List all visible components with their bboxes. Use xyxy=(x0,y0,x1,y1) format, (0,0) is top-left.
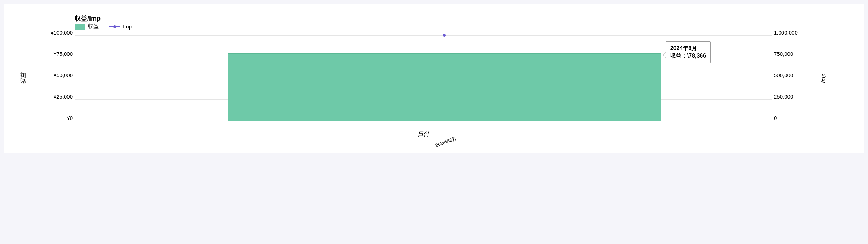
y-right-tick: 250,000 xyxy=(774,94,808,100)
legend-item-bar[interactable]: 収益 xyxy=(75,23,99,30)
chart-card: 収益/Imp 収益 Imp 収益 Imp ¥0 ¥25,000 ¥50,000 … xyxy=(4,4,864,153)
legend-label-bar: 収益 xyxy=(88,23,99,30)
y-left-axis: ¥0 ¥25,000 ¥50,000 ¥75,000 ¥100,000 xyxy=(43,36,73,121)
y-left-tick: ¥50,000 xyxy=(43,72,73,78)
legend-swatch-line xyxy=(109,25,120,28)
y-left-tick: ¥100,000 xyxy=(43,30,73,36)
x-tick: 2024年8月 xyxy=(435,135,458,149)
y-left-axis-title: 収益 xyxy=(20,73,27,84)
y-right-axis: 0 250,000 500,000 750,000 1,000,000 xyxy=(774,36,808,121)
y-right-tick: 1,000,000 xyxy=(774,30,808,36)
point-imp[interactable] xyxy=(443,34,446,37)
y-right-axis-title: Imp xyxy=(820,74,827,83)
plot-area[interactable]: 2024年8月 収益：\78,366 xyxy=(75,36,772,121)
tooltip-tail-icon xyxy=(663,52,666,58)
y-left-tick: ¥0 xyxy=(43,115,73,121)
y-right-tick: 500,000 xyxy=(774,72,808,78)
chart-title: 収益/Imp xyxy=(75,14,101,23)
tooltip: 2024年8月 収益：\78,366 xyxy=(666,41,711,63)
legend-label-line: Imp xyxy=(123,23,132,30)
grid-line xyxy=(75,35,772,36)
tooltip-metric-label: 収益： xyxy=(670,53,687,59)
y-right-tick: 0 xyxy=(774,115,808,121)
y-left-tick: ¥25,000 xyxy=(43,94,73,100)
bar-revenue[interactable] xyxy=(228,53,661,121)
legend-item-line[interactable]: Imp xyxy=(109,23,132,30)
tooltip-date: 2024年8月 xyxy=(670,45,698,51)
tooltip-metric-value: \78,366 xyxy=(687,53,706,59)
y-left-tick: ¥75,000 xyxy=(43,51,73,57)
chart-legend: 収益 Imp xyxy=(75,23,132,30)
x-axis-title: 日付 xyxy=(418,131,429,138)
y-right-tick: 750,000 xyxy=(774,51,808,57)
legend-swatch-bar xyxy=(75,24,85,30)
